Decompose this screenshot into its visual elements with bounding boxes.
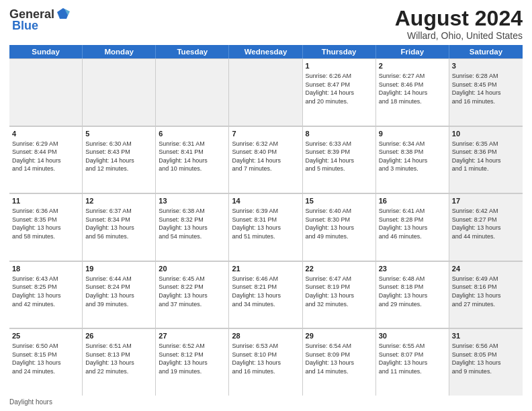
day-number-11: 11 <box>12 196 79 206</box>
header-day-tuesday: Tuesday <box>156 45 229 58</box>
day-cell-28: 28Sunrise: 6:53 AM Sunset: 8:10 PM Dayli… <box>229 328 302 396</box>
day-number-7: 7 <box>232 129 299 139</box>
day-info-14: Sunrise: 6:39 AM Sunset: 8:31 PM Dayligh… <box>232 207 299 240</box>
day-number-10: 10 <box>452 129 520 139</box>
day-info-24: Sunrise: 6:49 AM Sunset: 8:16 PM Dayligh… <box>452 275 520 308</box>
day-number-9: 9 <box>379 129 446 139</box>
calendar: SundayMondayTuesdayWednesdayThursdayFrid… <box>9 45 523 396</box>
day-info-29: Sunrise: 6:54 AM Sunset: 8:09 PM Dayligh… <box>306 342 373 375</box>
empty-cell-0-2 <box>156 58 229 126</box>
day-cell-17: 17Sunrise: 6:42 AM Sunset: 8:27 PM Dayli… <box>449 193 523 261</box>
day-cell-20: 20Sunrise: 6:45 AM Sunset: 8:22 PM Dayli… <box>156 261 229 328</box>
header-day-friday: Friday <box>376 45 449 58</box>
day-number-16: 16 <box>379 196 446 206</box>
day-info-5: Sunrise: 6:30 AM Sunset: 8:43 PM Dayligh… <box>85 140 152 173</box>
day-cell-7: 7Sunrise: 6:32 AM Sunset: 8:40 PM Daylig… <box>229 126 302 193</box>
month-title: August 2024 <box>395 7 523 30</box>
empty-cell-0-3 <box>229 58 302 126</box>
header-day-sunday: Sunday <box>9 45 83 58</box>
day-number-20: 20 <box>159 264 226 274</box>
day-number-30: 30 <box>379 331 446 341</box>
day-cell-19: 19Sunrise: 6:44 AM Sunset: 8:24 PM Dayli… <box>83 261 156 328</box>
day-info-2: Sunrise: 6:27 AM Sunset: 8:46 PM Dayligh… <box>379 72 446 105</box>
day-info-1: Sunrise: 6:26 AM Sunset: 8:47 PM Dayligh… <box>306 72 373 105</box>
header-day-monday: Monday <box>83 45 156 58</box>
day-info-11: Sunrise: 6:36 AM Sunset: 8:35 PM Dayligh… <box>12 207 79 240</box>
day-info-9: Sunrise: 6:34 AM Sunset: 8:38 PM Dayligh… <box>379 140 446 173</box>
day-number-6: 6 <box>159 129 226 139</box>
header-day-wednesday: Wednesday <box>229 45 302 58</box>
day-cell-14: 14Sunrise: 6:39 AM Sunset: 8:31 PM Dayli… <box>229 193 302 261</box>
day-cell-3: 3Sunrise: 6:28 AM Sunset: 8:45 PM Daylig… <box>449 58 523 126</box>
day-number-13: 13 <box>159 196 226 206</box>
calendar-header: SundayMondayTuesdayWednesdayThursdayFrid… <box>9 45 523 58</box>
day-cell-29: 29Sunrise: 6:54 AM Sunset: 8:09 PM Dayli… <box>303 328 376 396</box>
day-info-12: Sunrise: 6:37 AM Sunset: 8:34 PM Dayligh… <box>85 207 152 240</box>
day-cell-9: 9Sunrise: 6:34 AM Sunset: 8:38 PM Daylig… <box>376 126 449 193</box>
day-number-26: 26 <box>85 331 152 341</box>
day-number-18: 18 <box>12 264 79 274</box>
day-info-31: Sunrise: 6:56 AM Sunset: 8:05 PM Dayligh… <box>452 342 520 375</box>
empty-cell-0-1 <box>83 58 156 126</box>
week-row-4: 18Sunrise: 6:43 AM Sunset: 8:25 PM Dayli… <box>9 261 523 329</box>
day-cell-16: 16Sunrise: 6:41 AM Sunset: 8:28 PM Dayli… <box>376 193 449 261</box>
calendar-body: 1Sunrise: 6:26 AM Sunset: 8:47 PM Daylig… <box>9 58 523 396</box>
logo: General Blue <box>9 7 71 33</box>
day-number-24: 24 <box>452 264 520 274</box>
day-cell-31: 31Sunrise: 6:56 AM Sunset: 8:05 PM Dayli… <box>449 328 523 396</box>
header-day-saturday: Saturday <box>449 45 523 58</box>
day-number-1: 1 <box>306 61 373 71</box>
day-number-12: 12 <box>85 196 152 206</box>
day-cell-1: 1Sunrise: 6:26 AM Sunset: 8:47 PM Daylig… <box>303 58 376 126</box>
day-info-18: Sunrise: 6:43 AM Sunset: 8:25 PM Dayligh… <box>12 275 79 308</box>
day-number-28: 28 <box>232 331 299 341</box>
day-info-13: Sunrise: 6:38 AM Sunset: 8:32 PM Dayligh… <box>159 207 226 240</box>
day-number-14: 14 <box>232 196 299 206</box>
footer-note: Daylight hours <box>9 398 523 406</box>
day-number-23: 23 <box>379 264 446 274</box>
empty-cell-0-0 <box>9 58 83 126</box>
header: General Blue August 2024 Willard, Ohio, … <box>9 7 523 41</box>
day-cell-25: 25Sunrise: 6:50 AM Sunset: 8:15 PM Dayli… <box>9 328 83 396</box>
day-info-19: Sunrise: 6:44 AM Sunset: 8:24 PM Dayligh… <box>85 275 152 308</box>
day-number-2: 2 <box>379 61 446 71</box>
day-cell-24: 24Sunrise: 6:49 AM Sunset: 8:16 PM Dayli… <box>449 261 523 328</box>
day-info-8: Sunrise: 6:33 AM Sunset: 8:39 PM Dayligh… <box>306 140 373 173</box>
day-info-15: Sunrise: 6:40 AM Sunset: 8:30 PM Dayligh… <box>306 207 373 240</box>
day-info-30: Sunrise: 6:55 AM Sunset: 8:07 PM Dayligh… <box>379 342 446 375</box>
day-cell-8: 8Sunrise: 6:33 AM Sunset: 8:39 PM Daylig… <box>303 126 376 193</box>
header-day-thursday: Thursday <box>303 45 376 58</box>
day-number-25: 25 <box>12 331 79 341</box>
day-cell-26: 26Sunrise: 6:51 AM Sunset: 8:13 PM Dayli… <box>83 328 156 396</box>
day-cell-30: 30Sunrise: 6:55 AM Sunset: 8:07 PM Dayli… <box>376 328 449 396</box>
week-row-5: 25Sunrise: 6:50 AM Sunset: 8:15 PM Dayli… <box>9 328 523 396</box>
title-block: August 2024 Willard, Ohio, United States <box>395 7 523 41</box>
day-info-17: Sunrise: 6:42 AM Sunset: 8:27 PM Dayligh… <box>452 207 520 240</box>
day-cell-27: 27Sunrise: 6:52 AM Sunset: 8:12 PM Dayli… <box>156 328 229 396</box>
page: General Blue August 2024 Willard, Ohio, … <box>0 0 532 411</box>
week-row-1: 1Sunrise: 6:26 AM Sunset: 8:47 PM Daylig… <box>9 58 523 126</box>
day-info-27: Sunrise: 6:52 AM Sunset: 8:12 PM Dayligh… <box>159 342 226 375</box>
day-cell-12: 12Sunrise: 6:37 AM Sunset: 8:34 PM Dayli… <box>83 193 156 261</box>
day-info-4: Sunrise: 6:29 AM Sunset: 8:44 PM Dayligh… <box>12 140 79 173</box>
day-cell-23: 23Sunrise: 6:48 AM Sunset: 8:18 PM Dayli… <box>376 261 449 328</box>
day-info-16: Sunrise: 6:41 AM Sunset: 8:28 PM Dayligh… <box>379 207 446 240</box>
logo-flag-icon <box>56 7 71 21</box>
day-number-21: 21 <box>232 264 299 274</box>
day-info-6: Sunrise: 6:31 AM Sunset: 8:41 PM Dayligh… <box>159 140 226 173</box>
day-info-23: Sunrise: 6:48 AM Sunset: 8:18 PM Dayligh… <box>379 275 446 308</box>
day-cell-11: 11Sunrise: 6:36 AM Sunset: 8:35 PM Dayli… <box>9 193 83 261</box>
day-cell-13: 13Sunrise: 6:38 AM Sunset: 8:32 PM Dayli… <box>156 193 229 261</box>
day-number-3: 3 <box>452 61 520 71</box>
day-info-10: Sunrise: 6:35 AM Sunset: 8:36 PM Dayligh… <box>452 140 520 173</box>
day-cell-2: 2Sunrise: 6:27 AM Sunset: 8:46 PM Daylig… <box>376 58 449 126</box>
day-number-27: 27 <box>159 331 226 341</box>
day-number-5: 5 <box>85 129 152 139</box>
day-info-7: Sunrise: 6:32 AM Sunset: 8:40 PM Dayligh… <box>232 140 299 173</box>
day-info-3: Sunrise: 6:28 AM Sunset: 8:45 PM Dayligh… <box>452 72 520 105</box>
day-cell-5: 5Sunrise: 6:30 AM Sunset: 8:43 PM Daylig… <box>83 126 156 193</box>
day-cell-21: 21Sunrise: 6:46 AM Sunset: 8:21 PM Dayli… <box>229 261 302 328</box>
day-info-22: Sunrise: 6:47 AM Sunset: 8:19 PM Dayligh… <box>306 275 373 308</box>
day-number-22: 22 <box>306 264 373 274</box>
day-cell-22: 22Sunrise: 6:47 AM Sunset: 8:19 PM Dayli… <box>303 261 376 328</box>
